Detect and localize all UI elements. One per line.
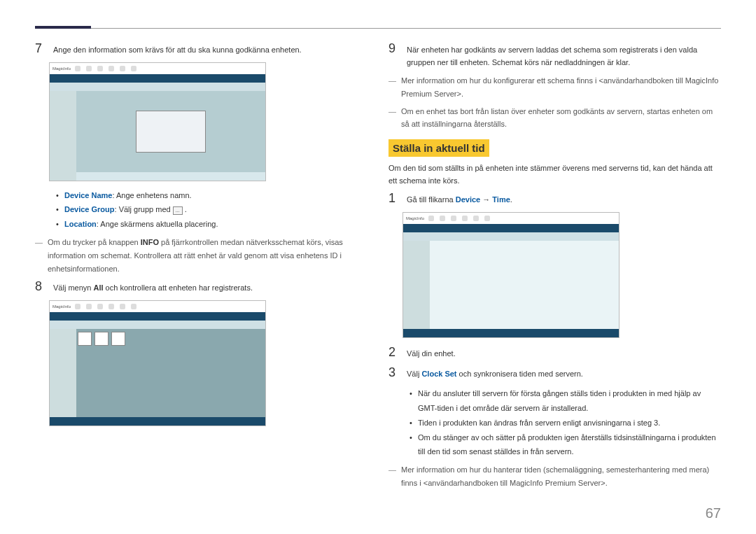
step-8-text: Välj menyn All och kontrollera att enhet… — [53, 279, 253, 295]
step-number-7: 7 — [35, 41, 46, 57]
right-column: 9 När enheten har godkänts av servern la… — [388, 41, 721, 494]
section-heading: Ställa in aktuell tid — [388, 139, 489, 157]
location-item: Location: Ange skärmens aktuella placeri… — [56, 217, 368, 232]
note-removed-device: Om en enhet tas bort från listan över en… — [388, 105, 721, 131]
header-divider — [35, 28, 721, 29]
left-column: 7 Ange den information som krävs för att… — [35, 41, 368, 494]
time-bullet-1: När du ansluter till servern för första … — [410, 386, 721, 416]
note-info: Om du trycker på knappen INFO på fjärrko… — [35, 236, 368, 275]
screenshot-all-menu: MagicInfo — [49, 300, 266, 426]
step-2-text: Välj din enhet. — [407, 345, 456, 360]
step-7-text: Ange den information som krävs för att d… — [53, 41, 302, 57]
device-group-item: Device Group: Välj grupp med ... . — [56, 202, 368, 217]
note-config-schedule: Mer information om hur du konfigurerar e… — [388, 74, 721, 100]
step-1-text: Gå till flikarna Device → Time. — [407, 191, 512, 206]
time-bullets: När du ansluter till servern för första … — [388, 386, 721, 459]
browse-button-icon: ... — [173, 206, 183, 215]
step-number-3: 3 — [388, 365, 400, 381]
step-9-text: När enheten har godkänts av servern ladd… — [407, 41, 721, 69]
screenshot-approve-dialog: MagicInfo — [49, 62, 266, 181]
step-number-8: 8 — [35, 279, 46, 295]
screenshot-device-time: MagicInfo — [402, 212, 620, 338]
step-number-1: 1 — [388, 191, 400, 206]
time-bullet-2: Tiden i produkten kan ändras från server… — [410, 416, 721, 430]
field-list: Device Name: Ange enhetens namn. Device … — [35, 188, 368, 232]
time-bullet-3: Om du stänger av och sätter på produkten… — [410, 430, 721, 460]
device-name-item: Device Name: Ange enhetens namn. — [56, 188, 368, 203]
step-number-9: 9 — [388, 41, 400, 69]
step-3-text: Välj Clock Set och synkronisera tiden me… — [407, 365, 583, 381]
step-number-2: 2 — [388, 345, 400, 360]
note-time-management: Mer information om hur du hanterar tiden… — [388, 463, 721, 489]
page-number: 67 — [706, 505, 721, 521]
section-intro: Om den tid som ställts in på enheten int… — [388, 162, 721, 187]
